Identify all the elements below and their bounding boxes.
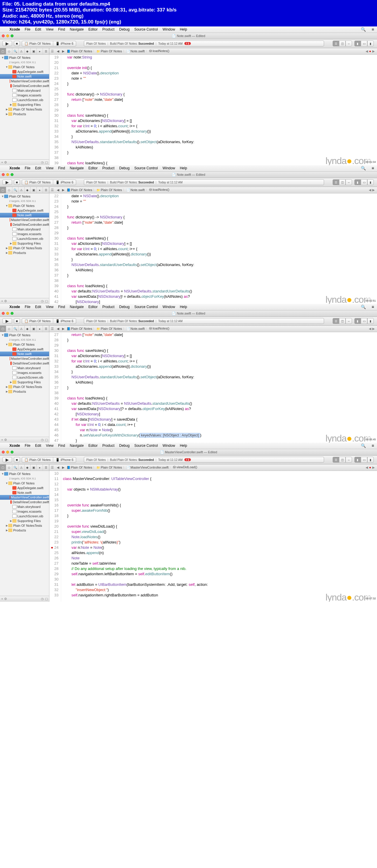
run-button[interactable]: ▶ bbox=[2, 180, 12, 185]
code-editor[interactable]: 2728293031323334353637383940414243444546… bbox=[50, 332, 377, 443]
test-navigator-tab[interactable]: ◆ bbox=[25, 326, 31, 332]
notification-icon[interactable]: ≡ bbox=[369, 443, 377, 448]
gutter-line[interactable]: 23 bbox=[50, 540, 59, 545]
gutter-line[interactable]: 33 bbox=[50, 252, 59, 257]
menu-window[interactable]: Window bbox=[160, 305, 178, 309]
spotlight-icon[interactable]: 🔍 bbox=[358, 27, 369, 32]
menu-source-control[interactable]: Source Control bbox=[132, 305, 160, 309]
version-editor-button[interactable]: ↔ bbox=[346, 318, 352, 324]
gutter-line[interactable]: 29 bbox=[50, 230, 59, 236]
back-button[interactable]: ◀ bbox=[55, 327, 61, 331]
gutter-line[interactable]: 34 bbox=[50, 369, 59, 374]
menu-debug[interactable]: Debug bbox=[117, 305, 132, 309]
menu-app[interactable]: Xcode bbox=[7, 305, 22, 309]
jump-project[interactable]: 📘Plain Ol' Notes bbox=[66, 188, 93, 192]
tree-item-supporting-files[interactable]: ▶Supporting Files bbox=[0, 380, 49, 384]
tree-item-main-storyboard[interactable]: Main.storyboard bbox=[0, 227, 49, 231]
menu-edit[interactable]: Edit bbox=[33, 27, 44, 31]
jump-file[interactable]: 📄Note.swift bbox=[125, 327, 146, 331]
gutter-line[interactable]: 36 bbox=[50, 380, 59, 385]
jump-method[interactable]: ⓂviewDidLoad() bbox=[172, 465, 198, 469]
standard-editor-button[interactable]: ☰ bbox=[332, 457, 339, 463]
gutter-line[interactable]: 32 bbox=[50, 123, 59, 129]
breakpoint-navigator-tab[interactable]: ▸ bbox=[37, 326, 43, 332]
tree-item-images-xcassets[interactable]: Images.xcassets bbox=[0, 231, 49, 236]
menu-edit[interactable]: Edit bbox=[33, 305, 44, 309]
gutter-line[interactable]: 27 bbox=[50, 97, 59, 102]
project-navigator-tab[interactable]: ▢ bbox=[0, 187, 6, 193]
project-navigator-tab[interactable]: ▢ bbox=[0, 48, 6, 54]
project-navigator-tab[interactable]: ▢ bbox=[0, 326, 6, 332]
issue-navigator-tab[interactable]: ⚠ bbox=[19, 48, 25, 54]
menu-debug[interactable]: Debug bbox=[117, 27, 132, 31]
run-button[interactable]: ▶ bbox=[2, 41, 12, 46]
close-window-button[interactable] bbox=[2, 312, 5, 315]
tree-item-appdelegate-swift[interactable]: AppDelegate.swift bbox=[0, 208, 49, 213]
menu-file[interactable]: File bbox=[22, 443, 33, 448]
menu-product[interactable]: Product bbox=[100, 305, 117, 309]
tree-item-images-xcassets[interactable]: Images.xcassets bbox=[0, 370, 49, 375]
spotlight-icon[interactable]: 🔍 bbox=[358, 443, 369, 448]
find-navigator-tab[interactable]: 🔍 bbox=[12, 326, 19, 332]
menu-window[interactable]: Window bbox=[160, 443, 178, 448]
recent-filter-icon[interactable]: ◷ bbox=[41, 160, 44, 164]
report-navigator-tab[interactable]: ☰ bbox=[43, 464, 49, 471]
report-navigator-tab[interactable]: ☰ bbox=[43, 326, 49, 332]
menu-file[interactable]: File bbox=[22, 305, 33, 309]
navigator-filter[interactable]: +⚙◷▢ bbox=[0, 159, 49, 165]
jump-folder[interactable]: 📁Plain Ol' Notes bbox=[95, 50, 123, 53]
tree-item-images-xcassets[interactable]: Images.xcassets bbox=[0, 93, 49, 98]
gutter-line[interactable]: 16 bbox=[50, 503, 59, 508]
gutter-line[interactable]: 28 bbox=[50, 225, 59, 230]
stop-button[interactable]: ■ bbox=[14, 41, 20, 46]
project-row[interactable]: ▼Plain Ol' Notes bbox=[0, 55, 49, 60]
gutter-line[interactable]: 32 bbox=[50, 587, 59, 593]
gutter-line[interactable]: 35 bbox=[50, 374, 59, 380]
code-editor[interactable]: 1011121314151617181920212223● 2425262728… bbox=[50, 471, 377, 602]
tree-item-detailviewcontroller-swift[interactable]: DetailViewController.swift bbox=[0, 500, 49, 504]
menu-navigate[interactable]: Navigate bbox=[67, 443, 86, 448]
breakpoint-navigator-tab[interactable]: ▸ bbox=[37, 48, 43, 54]
gutter-line[interactable]: 37 bbox=[50, 150, 59, 155]
issue-stepper[interactable]: ◀▶ bbox=[367, 188, 377, 192]
gutter-line[interactable]: 26 bbox=[50, 215, 59, 220]
menu-editor[interactable]: Editor bbox=[86, 443, 100, 448]
gutter-line[interactable]: 18 bbox=[50, 513, 59, 519]
version-editor-button[interactable]: ↔ bbox=[346, 457, 352, 463]
zoom-window-button[interactable] bbox=[10, 451, 13, 454]
tree-item-note-swift[interactable]: Note.swift bbox=[0, 490, 49, 495]
menu-source-control[interactable]: Source Control bbox=[132, 166, 160, 170]
gutter-line[interactable]: 19 bbox=[50, 55, 59, 60]
jump-folder[interactable]: 📁Plain Ol' Notes bbox=[95, 327, 123, 331]
toggle-navigator-button[interactable]: ▮ bbox=[354, 318, 361, 324]
scheme-selector[interactable]: 📋 Plain Ol' Notes 📱 iPhone 6 bbox=[22, 318, 76, 324]
gutter-line[interactable]: 19 bbox=[50, 519, 59, 524]
gutter-line[interactable]: 31 bbox=[50, 118, 59, 123]
forward-button[interactable]: ▶ bbox=[61, 50, 66, 53]
gutter-line[interactable]: 33 bbox=[50, 593, 59, 598]
debug-navigator-tab[interactable]: ▣ bbox=[31, 464, 37, 471]
jump-project[interactable]: 📘Plain Ol' Notes bbox=[66, 327, 93, 331]
debug-navigator-tab[interactable]: ▣ bbox=[31, 48, 37, 54]
gutter-line[interactable]: 47 bbox=[50, 438, 59, 443]
gutter-line[interactable]: 42 bbox=[50, 411, 59, 417]
tree-item-main-storyboard[interactable]: Main.storyboard bbox=[0, 366, 49, 370]
gutter-line[interactable]: 23 bbox=[50, 199, 59, 204]
related-items-button[interactable]: ☰ bbox=[50, 327, 55, 331]
gutter-line[interactable]: 41 bbox=[50, 294, 59, 299]
tree-item-plain-ol--notes[interactable]: ▼Plain Ol' Notes bbox=[0, 481, 49, 486]
toggle-utilities-button[interactable]: ▮ bbox=[367, 179, 374, 185]
filter-icon[interactable]: ⚙ bbox=[4, 160, 7, 164]
gutter-line[interactable]: 34 bbox=[50, 134, 59, 139]
gutter-line[interactable]: 30 bbox=[50, 348, 59, 353]
gutter-line[interactable]: 38 bbox=[50, 155, 59, 160]
toggle-debug-button[interactable]: ▭ bbox=[361, 318, 367, 324]
symbol-navigator-tab[interactable]: ◇ bbox=[6, 187, 12, 193]
tree-item-supporting-files[interactable]: ▶Supporting Files bbox=[0, 102, 49, 107]
menu-navigate[interactable]: Navigate bbox=[67, 166, 86, 170]
menu-find[interactable]: Find bbox=[56, 166, 67, 170]
tree-item-main-storyboard[interactable]: Main.storyboard bbox=[0, 88, 49, 93]
gutter-line[interactable]: ● 24 bbox=[50, 545, 59, 550]
tree-item-plain-ol--notestests[interactable]: ▶Plain Ol' NotesTests bbox=[0, 523, 49, 528]
recent-filter-icon[interactable]: ◷ bbox=[41, 438, 44, 442]
